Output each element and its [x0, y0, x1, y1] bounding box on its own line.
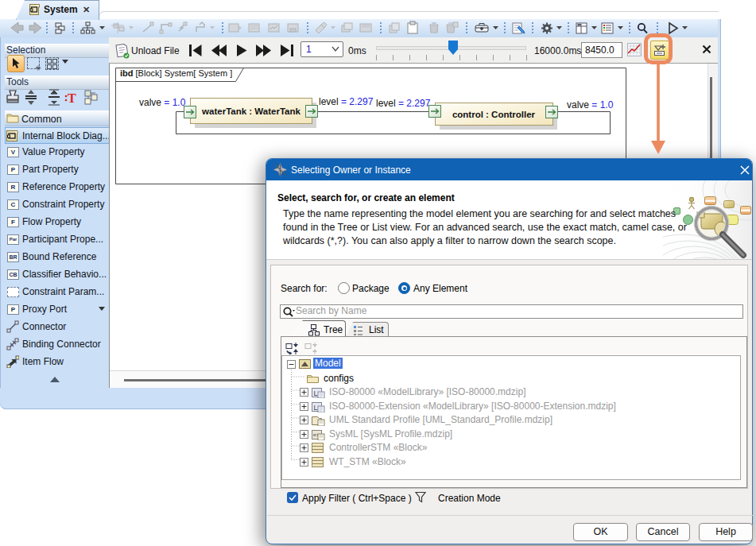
svg-text:ibd [Block] System[ System ]: ibd [Block] System[ System ] — [120, 68, 232, 78]
svg-text:L: L — [314, 403, 318, 411]
svg-text:T: T — [68, 91, 76, 105]
svg-text:control : Controller: control : Controller — [452, 110, 536, 119]
svg-text:valve = 1.0: valve = 1.0 — [567, 99, 614, 110]
svg-text:level = 2.297: level = 2.297 — [319, 96, 374, 107]
svg-text:L: L — [314, 389, 318, 397]
svg-text:waterTank : WaterTank: waterTank : WaterTank — [201, 106, 300, 116]
svg-text:valve = 1.0: valve = 1.0 — [139, 97, 186, 108]
svg-text:level = 2.297: level = 2.297 — [376, 98, 431, 109]
